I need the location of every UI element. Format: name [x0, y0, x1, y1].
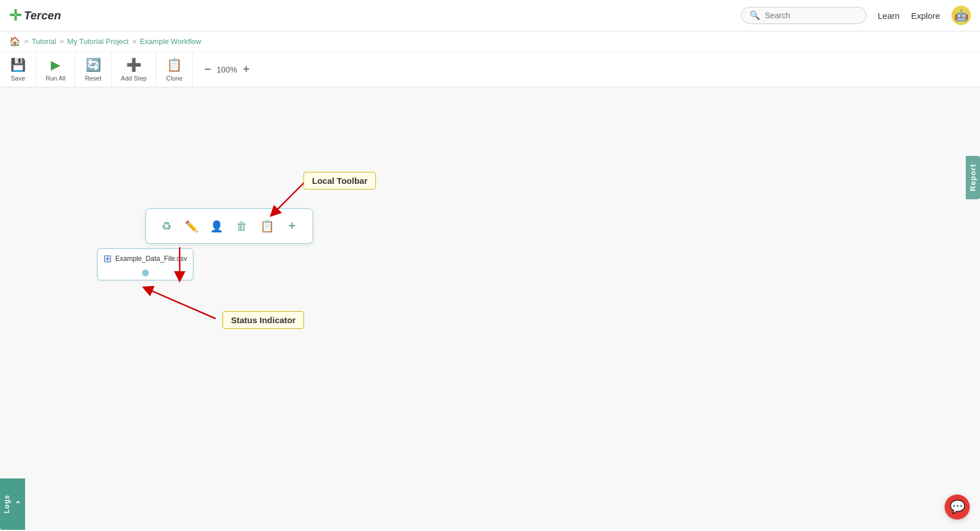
add-step-button[interactable]: ➕ Add Step — [112, 52, 156, 87]
clone-icon: 📋 — [167, 58, 182, 73]
status-indicator-tooltip-text: Status Indicator — [231, 315, 295, 325]
workflow-canvas[interactable]: Report Local Toolbar ♻ ✏️ 👤 🗑 📋 + ⊞ — [0, 87, 980, 530]
zoom-in-button[interactable]: + — [243, 63, 250, 76]
nav-explore-link[interactable]: Explore — [911, 11, 940, 21]
breadcrumb-workflow[interactable]: Example Workflow — [140, 37, 201, 46]
arrow-toolbar-to-node — [163, 247, 197, 281]
add-step-icon: ➕ — [126, 58, 141, 73]
reset-label: Reset — [85, 75, 102, 82]
status-indicator-tooltip: Status Indicator — [222, 311, 304, 329]
table-icon: ⊞ — [103, 252, 112, 265]
lt-edit-button[interactable]: ✏️ — [180, 215, 203, 238]
search-box[interactable]: 🔍 — [741, 7, 866, 24]
logs-label: Logs — [3, 495, 11, 514]
zoom-controls: − 100% + — [193, 63, 261, 76]
lt-assign-button[interactable]: 👤 — [205, 215, 228, 238]
arrow-tooltip-to-toolbar — [240, 173, 314, 219]
breadcrumb-project[interactable]: My Tutorial Project — [67, 37, 129, 46]
breadcrumb-sep1: > — [24, 37, 29, 46]
save-icon: 💾 — [10, 58, 26, 73]
nav-learn-link[interactable]: Learn — [878, 11, 900, 21]
logs-panel[interactable]: Logs ⌄ — [0, 478, 25, 530]
arrow-status-to-node — [141, 279, 227, 324]
save-label: Save — [11, 75, 25, 82]
chevron-down-icon: ⌄ — [13, 500, 22, 509]
run-icon: ▶ — [51, 58, 60, 73]
search-icon: 🔍 — [750, 10, 760, 21]
breadcrumb-tutorial[interactable]: Tutorial — [32, 37, 56, 46]
reset-button[interactable]: 🔄 Reset — [75, 52, 112, 87]
reset-icon: 🔄 — [86, 58, 101, 73]
breadcrumb-sep3: > — [132, 37, 137, 46]
local-toolbar-tooltip-text: Local Toolbar — [312, 176, 367, 186]
search-input[interactable] — [765, 11, 856, 20]
top-nav: ✛ Tercen 🔍 Learn Explore 🤖 — [0, 0, 980, 31]
lt-refresh-button[interactable]: ♻ — [155, 215, 178, 238]
status-indicator-dot — [142, 269, 149, 276]
logo-text: Tercen — [24, 9, 61, 22]
logo[interactable]: ✛ Tercen — [9, 7, 61, 25]
main-toolbar: 💾 Save ▶ Run All 🔄 Reset ➕ Add Step 📋 Cl… — [0, 52, 980, 87]
clone-label: Clone — [166, 75, 183, 82]
zoom-level: 100% — [217, 65, 237, 74]
local-toolbar-tooltip: Local Toolbar — [303, 172, 376, 190]
add-step-label: Add Step — [121, 75, 147, 82]
nav-avatar[interactable]: 🤖 — [951, 6, 971, 25]
chat-icon: 💬 — [950, 500, 965, 514]
chat-button[interactable]: 💬 — [945, 494, 970, 520]
report-tab[interactable]: Report — [966, 156, 980, 199]
save-button[interactable]: 💾 Save — [0, 52, 37, 87]
breadcrumb-sep2: > — [59, 37, 64, 46]
breadcrumb: 🏠 > Tutorial > My Tutorial Project > Exa… — [0, 31, 980, 52]
clone-button[interactable]: 📋 Clone — [156, 52, 193, 87]
zoom-out-button[interactable]: − — [204, 63, 211, 76]
breadcrumb-home[interactable]: 🏠 — [9, 36, 21, 47]
run-all-label: Run All — [46, 75, 66, 82]
run-all-button[interactable]: ▶ Run All — [37, 52, 75, 87]
